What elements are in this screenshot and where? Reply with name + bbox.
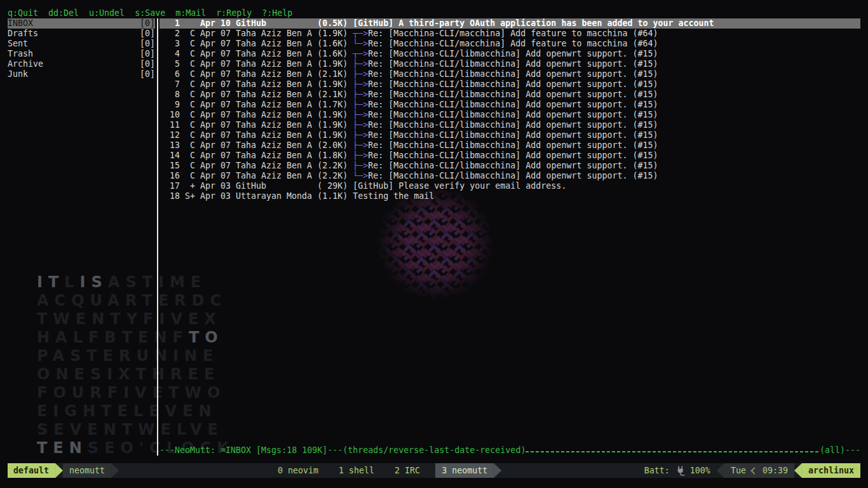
tmux-session[interactable]: default	[8, 463, 55, 478]
tmux-window-irc[interactable]: 2 IRC	[395, 463, 420, 478]
unread-count: [0]	[140, 29, 155, 39]
help-bar: q:Quit dd:Del u:Undel s:Save m:Mail r:Re…	[8, 8, 860, 18]
unread-count: [0]	[140, 69, 155, 79]
mail-row[interactable]: 13CApr 07Taha Aziz Ben A(2.0K)├─>Re: [Ma…	[159, 140, 860, 151]
status-fill	[526, 451, 820, 452]
powerline-arrow	[55, 463, 63, 478]
mail-row[interactable]: 12CApr 07Taha Aziz Ben A(1.9K)├─>Re: [Ma…	[159, 130, 860, 140]
thread-tree: └─>	[353, 171, 368, 181]
thread-tree: ├─>	[353, 110, 368, 120]
tmux-status-bar: default neomutt 0 neovim 1 shell 2 IRC 3…	[8, 463, 860, 478]
time-label: 09:39	[763, 463, 788, 478]
status-left: ---NeoMutt: =INBOX [Msgs:18 109K]---(thr…	[159, 445, 526, 456]
mail-row[interactable]: 14CApr 07Taha Aziz Ben A(1.8K)├─>Re: [Ma…	[159, 151, 860, 161]
powerline-arrow	[794, 463, 802, 478]
thread-tree: ├─>	[353, 100, 368, 110]
tmux-window-shell[interactable]: 1 shell	[339, 463, 374, 478]
mail-index: 1Apr 10GitHub(0.5K)[GitHub] A third-part…	[158, 18, 860, 456]
thread-tree: ├─>	[353, 151, 368, 161]
mail-row[interactable]: 5CApr 07Taha Aziz Ben A(1.9K)├─>Re: [Mac…	[159, 59, 860, 69]
powerline-arrow	[428, 463, 435, 478]
tmux-right-status: Batt: 100% Tue 09:39 archlinux	[644, 463, 860, 478]
thread-tree: ├─>	[353, 79, 368, 90]
thread-tree: ├─>	[353, 69, 368, 79]
battery-label: Batt:	[644, 463, 670, 478]
thread-tree: ├─>	[353, 120, 368, 130]
tmux-window-list: 0 neovim 1 shell 2 IRC 3 neomutt	[278, 463, 501, 478]
sidebar-item-archive[interactable]: Archive[0]	[8, 59, 155, 69]
sidebar-item-sent[interactable]: Sent[0]	[8, 39, 155, 49]
thread-tree: ├─>	[353, 140, 368, 151]
mail-row[interactable]: 8CApr 07Taha Aziz Ben A(2.1K)├─>Re: [Mac…	[159, 90, 860, 100]
thread-tree: └─>	[353, 39, 368, 49]
mail-row[interactable]: 4CApr 07Taha Aziz Ben A(1.6K)┬─>Re: [Mac…	[159, 49, 860, 59]
desktop: ITLISASTIME ACQUARTERDC TWENTYFIVEX HALF…	[0, 0, 868, 488]
neomutt-window: q:Quit dd:Del u:Undel s:Save m:Mail r:Re…	[8, 8, 860, 456]
thread-tree: ├─>	[353, 90, 368, 100]
sidebar-item-drafts[interactable]: Drafts[0]	[8, 29, 155, 39]
chevron-left-icon	[750, 467, 757, 474]
thread-tree: ├─>	[353, 161, 368, 171]
hostname-badge: archlinux	[802, 463, 860, 478]
mail-row[interactable]: 15CApr 07Taha Aziz Ben A(2.2K)├─>Re: [Ma…	[159, 161, 860, 171]
powerline-arrow	[717, 463, 724, 478]
tmux-pane-title: neomutt	[63, 463, 111, 478]
mail-row[interactable]: 7CApr 07Taha Aziz Ben A(1.9K)├─>Re: [Mac…	[159, 79, 860, 90]
mail-row[interactable]: 10CApr 07Taha Aziz Ben A(1.9K)├─>Re: [Ma…	[159, 110, 860, 120]
unread-count: [0]	[140, 39, 155, 49]
mail-row[interactable]: 18S+Apr 03Uttarayan Monda(1.1K)Testing t…	[159, 191, 860, 201]
mail-row[interactable]: 1Apr 10GitHub(0.5K)[GitHub] A third-part…	[159, 18, 860, 29]
status-right: (all)---	[820, 445, 860, 456]
mail-row[interactable]: 17+Apr 03GitHub( 29K)[GitHub] Please ver…	[159, 181, 860, 191]
mail-row[interactable]: 16CApr 07Taha Aziz Ben A(2.2K)└─>Re: [Ma…	[159, 171, 860, 181]
sidebar-item-junk[interactable]: Junk[0]	[8, 69, 155, 79]
status-line: ---NeoMutt: =INBOX [Msgs:18 109K]---(thr…	[159, 445, 860, 456]
thread-tree: ┬─>	[353, 49, 368, 59]
mail-row[interactable]: 9CApr 07Taha Aziz Ben A(1.7K)├─>Re: [Mac…	[159, 100, 860, 110]
thread-tree: ├─>	[353, 130, 368, 140]
sidebar-item-inbox[interactable]: INBOX[0]	[8, 18, 155, 29]
day-label: Tue	[731, 463, 746, 478]
sidebar-item-trash[interactable]: Trash[0]	[8, 49, 155, 59]
power-plug-icon	[676, 463, 685, 478]
thread-tree: ├─>	[353, 59, 368, 69]
battery-percent: 100%	[690, 463, 710, 478]
unread-count: [0]	[140, 49, 155, 59]
mail-row[interactable]: 11CApr 07Taha Aziz Ben A(1.9K)├─>Re: [Ma…	[159, 120, 860, 130]
mailbox-sidebar: INBOX[0] Drafts[0] Sent[0] Trash[0] Arch…	[8, 18, 155, 456]
powerline-arrow	[494, 463, 501, 478]
unread-count: [0]	[140, 59, 155, 69]
tmux-window-active[interactable]: 3 neomutt	[428, 463, 501, 478]
mail-row[interactable]: 2CApr 07Taha Aziz Ben A(1.9K)┬─>Re: [Mac…	[159, 29, 860, 39]
tmux-window-neovim[interactable]: 0 neovim	[278, 463, 318, 478]
tmux-clock: Tue 09:39	[724, 463, 794, 478]
mail-row[interactable]: 3CApr 07Taha Aziz Ben A(1.6K)└─>Re: [Mac…	[159, 39, 860, 49]
powerline-arrow	[111, 463, 119, 478]
unread-count: [0]	[140, 18, 155, 29]
mail-row[interactable]: 6CApr 07Taha Aziz Ben A(2.1K)├─>Re: [Mac…	[159, 69, 860, 79]
thread-tree: ┬─>	[353, 29, 368, 39]
